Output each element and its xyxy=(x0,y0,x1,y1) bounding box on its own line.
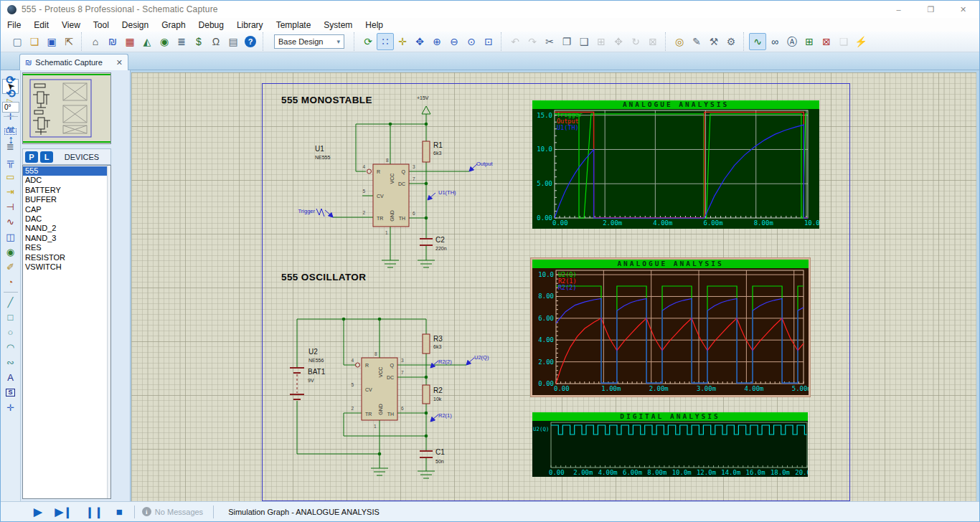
c1-capacitor-body[interactable] xyxy=(420,451,433,457)
graph-plot-area[interactable]: 0.002.00m4.00m6.00m8.00m10.0m0.005.0010.… xyxy=(532,109,819,229)
voltage-probe-mode-button[interactable]: ✐ xyxy=(2,260,19,275)
device-item-adc[interactable]: ADC xyxy=(23,176,110,185)
save-design-button[interactable]: ▣ xyxy=(43,33,60,50)
menu-help[interactable]: Help xyxy=(359,19,390,32)
search-components-button[interactable]: ◎ xyxy=(671,33,688,50)
new-design-button[interactable]: ▢ xyxy=(9,33,26,50)
menu-template[interactable]: Template xyxy=(270,19,318,32)
graph-mode-button[interactable]: ∿ xyxy=(2,214,19,229)
device-item-dac[interactable]: DAC xyxy=(23,214,110,224)
subcircuit-mode-button[interactable]: ▭ xyxy=(2,169,19,184)
c2-capacitor-body[interactable] xyxy=(420,239,433,245)
r2-resistor-body[interactable] xyxy=(423,385,430,404)
trigger-source-glyph[interactable] xyxy=(316,209,324,217)
menu-graph[interactable]: Graph xyxy=(155,19,192,32)
2d-circle-mode-button[interactable]: ○ xyxy=(2,325,19,340)
menu-debug[interactable]: Debug xyxy=(192,19,230,32)
design-notes-button[interactable]: ▤ xyxy=(225,33,242,50)
mirror-horizontal-button[interactable]: ↔ xyxy=(3,120,19,132)
device-item-res[interactable]: RES xyxy=(23,243,110,252)
device-item-resistor[interactable]: RESISTOR xyxy=(23,253,110,262)
graph-plot-area[interactable]: 0.001.00m2.00m3.00m4.00m5.00m0.002.004.0… xyxy=(532,268,809,395)
menu-view[interactable]: View xyxy=(55,19,87,32)
current-probe-mode-button[interactable]: ◔ xyxy=(2,275,19,290)
menu-file[interactable]: File xyxy=(1,19,27,32)
make-device-button[interactable]: ✎ xyxy=(688,33,705,50)
schematic-capture-module-button[interactable]: ₪ xyxy=(104,33,121,50)
tape-recorder-mode-button[interactable]: ◫ xyxy=(2,229,19,245)
device-item-vswitch[interactable]: VSWITCH xyxy=(23,262,110,272)
angle-field[interactable] xyxy=(2,102,19,113)
electrical-check-button[interactable]: ⚡ xyxy=(852,33,870,50)
analogue-analysis-graph-oscillator[interactable]: ANALOGUE ANALYSIS0.001.00m2.00m3.00m4.00… xyxy=(531,258,810,397)
menu-edit[interactable]: Edit xyxy=(27,19,55,32)
pause-button[interactable]: ❙❙ xyxy=(85,506,103,517)
pan-button[interactable]: ✥ xyxy=(411,33,428,50)
import-project-button[interactable]: ⇱ xyxy=(60,33,77,50)
2d-arc-mode-button[interactable]: ◠ xyxy=(2,340,19,355)
device-item-nand_3[interactable]: NAND_3 xyxy=(23,234,110,243)
device-item-buffer[interactable]: BUFFER xyxy=(23,195,110,204)
2d-line-mode-button[interactable]: ╱ xyxy=(2,295,19,310)
buses-mode-button[interactable]: ╦ xyxy=(2,154,19,169)
grid-toggle-button[interactable]: ∷ xyxy=(377,33,394,50)
r2-2-probe-arrow[interactable] xyxy=(430,361,438,368)
zoom-in-button[interactable]: ⊕ xyxy=(428,33,446,50)
zoom-all-button[interactable]: ⊙ xyxy=(463,33,480,50)
menu-design[interactable]: Design xyxy=(116,19,155,32)
device-item-battery[interactable]: BATTERY xyxy=(23,186,110,195)
new-sheet-button[interactable]: ⊞ xyxy=(801,33,818,50)
device-list-scrollbar[interactable] xyxy=(107,166,110,498)
step-button[interactable]: ▶❙ xyxy=(55,506,72,517)
stop-button[interactable]: ■ xyxy=(116,506,123,517)
tab-schematic-capture[interactable]: ₪ Schematic Capture ✕ xyxy=(19,54,128,70)
close-button[interactable]: ✕ xyxy=(947,1,979,18)
search-and-tag-button[interactable]: ∞ xyxy=(766,33,783,50)
3d-visualizer-button[interactable]: ◭ xyxy=(138,33,156,50)
decompose-button[interactable]: ⚙ xyxy=(722,33,740,50)
home-page-button[interactable]: ⌂ xyxy=(87,33,104,50)
wire-autorouter-button[interactable]: ∿ xyxy=(749,33,766,50)
r1-resistor-body[interactable] xyxy=(423,141,430,162)
device-item-555[interactable]: 555 xyxy=(23,166,110,176)
r3-resistor-body[interactable] xyxy=(423,334,430,353)
design-explorer-button[interactable]: ◉ xyxy=(156,33,173,50)
device-item-cap[interactable]: CAP xyxy=(23,205,110,214)
zoom-area-button[interactable]: ⊡ xyxy=(480,33,497,50)
menu-library[interactable]: Library xyxy=(230,19,270,32)
origin-button[interactable]: ✛ xyxy=(394,33,411,50)
bill-of-materials-button[interactable]: $ xyxy=(190,33,207,50)
schematic-canvas[interactable]: 555 MONOSTABLE R xyxy=(131,72,976,501)
2d-symbol-mode-button[interactable]: S xyxy=(2,385,19,400)
2d-marker-mode-button[interactable]: ✛ xyxy=(2,400,19,415)
cut-button[interactable]: ✂ xyxy=(541,33,558,50)
open-design-button[interactable]: ❏ xyxy=(26,33,43,50)
help-button[interactable]: ? xyxy=(242,33,259,50)
rotate-clockwise-button[interactable]: ⟳ xyxy=(3,75,19,86)
redraw-button[interactable]: ⟳ xyxy=(359,33,377,50)
u2-q-terminal-arrow[interactable] xyxy=(466,358,474,365)
overview-panel[interactable] xyxy=(22,72,111,144)
2d-path-mode-button[interactable]: ∾ xyxy=(2,355,19,370)
generator-mode-button[interactable]: ◉ xyxy=(2,245,19,260)
digital-analysis-graph[interactable]: DIGITAL ANALYSIS0.002.00m4.00m6.00m8.00m… xyxy=(532,412,808,477)
pcb-layout-module-button[interactable]: ▦ xyxy=(121,33,138,50)
play-button[interactable]: ▶ xyxy=(34,506,42,517)
graph-plot-area[interactable]: 0.002.00m4.00m6.00m8.00m10.0m12.0m14.0m1… xyxy=(532,421,808,477)
2d-box-mode-button[interactable]: □ xyxy=(2,310,19,325)
u1-th-probe-arrow[interactable] xyxy=(428,193,435,200)
terminals-mode-button[interactable]: ⇥ xyxy=(2,184,19,199)
device-pins-mode-button[interactable]: ⊣ xyxy=(2,199,19,214)
copy-button[interactable]: ❐ xyxy=(558,33,575,50)
mirror-vertical-button[interactable]: ↕ xyxy=(3,134,19,146)
menu-system[interactable]: System xyxy=(317,19,359,32)
device-item-nand_2[interactable]: NAND_2 xyxy=(23,224,110,233)
electrical-rule-check-button[interactable]: Ω xyxy=(207,33,225,50)
rotate-anticlockwise-button[interactable]: ⟲ xyxy=(3,88,19,100)
netlist-view-button[interactable]: ≣ xyxy=(173,33,190,50)
trigger-arrow[interactable] xyxy=(325,210,333,217)
minimize-button[interactable]: – xyxy=(882,1,915,18)
pick-devices-button[interactable]: P xyxy=(25,151,38,163)
menu-tool[interactable]: Tool xyxy=(87,19,116,32)
packaging-tool-button[interactable]: ⚒ xyxy=(705,33,722,50)
